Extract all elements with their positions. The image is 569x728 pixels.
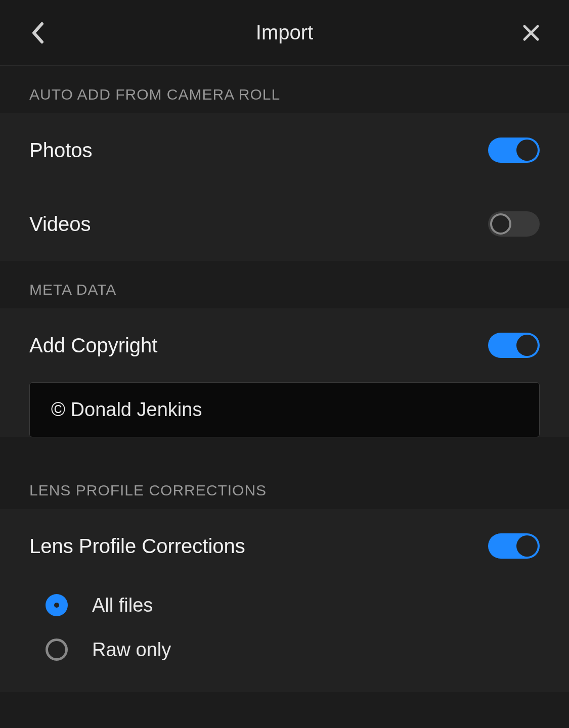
toggle-knob: [516, 535, 538, 557]
toggle-knob: [516, 335, 538, 356]
metadata-block: Add Copyright © Donald Jenkins: [0, 308, 569, 437]
section-header-metadata: META DATA: [0, 261, 569, 308]
section-header-text: META DATA: [29, 281, 540, 298]
section-header-text: AUTO ADD FROM CAMERA ROLL: [29, 86, 540, 103]
videos-label: Videos: [29, 213, 91, 236]
page-title: Import: [51, 21, 518, 44]
auto-add-block: Photos Videos: [0, 113, 569, 261]
close-icon: [522, 24, 540, 42]
photos-row: Photos: [0, 113, 569, 187]
section-header-text: LENS PROFILE CORRECTIONS: [29, 482, 540, 499]
radio-label: Raw only: [92, 639, 171, 661]
lens-corrections-label: Lens Profile Corrections: [29, 535, 245, 558]
videos-row: Videos: [0, 187, 569, 261]
lens-corrections-row: Lens Profile Corrections: [0, 509, 569, 583]
toggle-knob: [516, 140, 538, 161]
section-header-auto-add: AUTO ADD FROM CAMERA ROLL: [0, 66, 569, 113]
copyright-toggle[interactable]: [488, 333, 540, 358]
lens-corrections-toggle[interactable]: [488, 533, 540, 559]
radio-button-unselected: [46, 639, 68, 661]
radio-label: All files: [92, 595, 153, 616]
header-bar: Import: [0, 0, 569, 66]
toggle-knob: [490, 213, 511, 235]
back-button[interactable]: [25, 20, 51, 46]
photos-label: Photos: [29, 139, 93, 162]
lens-radio-group: All files Raw only: [0, 583, 569, 692]
chevron-left-icon: [31, 22, 45, 44]
radio-raw-only[interactable]: Raw only: [46, 627, 540, 672]
photos-toggle[interactable]: [488, 138, 540, 163]
close-button[interactable]: [518, 20, 544, 46]
radio-all-files[interactable]: All files: [46, 583, 540, 627]
lens-block: Lens Profile Corrections All files Raw o…: [0, 509, 569, 692]
copyright-row: Add Copyright: [0, 308, 569, 382]
copyright-input[interactable]: © Donald Jenkins: [29, 382, 540, 437]
section-header-lens: LENS PROFILE CORRECTIONS: [0, 462, 569, 509]
copyright-label: Add Copyright: [29, 334, 157, 357]
radio-button-selected: [46, 594, 68, 616]
videos-toggle[interactable]: [488, 211, 540, 237]
